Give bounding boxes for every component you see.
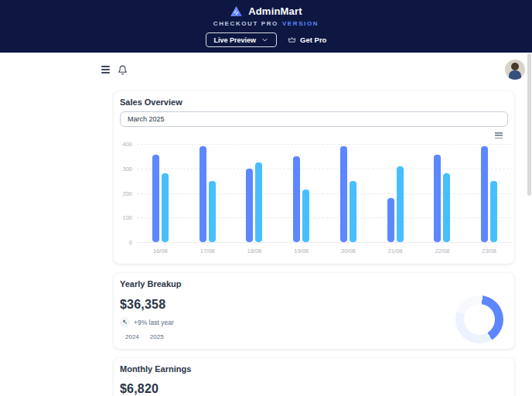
sales-bar-chart: 010020030040016/0817/0818/0819/0820/0821… — [120, 138, 508, 261]
x-axis-tick-label: 22/08 — [419, 248, 466, 254]
y-axis-tick-label: 0 — [101, 239, 132, 246]
bar-group — [231, 162, 278, 242]
y-axis-tick-label: 400 — [101, 141, 132, 148]
bar-group — [419, 155, 466, 242]
gridline — [137, 242, 513, 243]
y-axis-tick-label: 100 — [101, 214, 132, 221]
bar-group — [137, 155, 184, 242]
get-pro-button[interactable]: Get Pro — [288, 36, 326, 44]
bar-series-1 — [246, 169, 253, 242]
bar-series-1 — [387, 198, 394, 242]
adminmart-logo-icon — [230, 5, 243, 17]
x-axis-tick-label: 23/08 — [466, 248, 513, 254]
live-preview-label: Live Preview — [214, 36, 257, 44]
monthly-earnings-card: Monthly Earnings $6,820 — [114, 358, 514, 396]
x-axis-tick-label: 17/08 — [184, 248, 231, 254]
bar-series-1 — [293, 156, 300, 242]
hamburger-icon — [101, 66, 110, 73]
live-preview-button[interactable]: Live Preview — [206, 32, 278, 47]
monthly-earnings-amount: $6,820 — [120, 382, 508, 396]
bar-series-1 — [200, 146, 206, 242]
sidebar-toggle-button[interactable] — [98, 63, 112, 77]
get-pro-label: Get Pro — [300, 36, 326, 44]
year-label-2024: 2024 — [125, 333, 139, 340]
toolbar — [0, 53, 532, 87]
sales-overview-title: Sales Overview — [120, 97, 508, 107]
bar-series-1 — [434, 155, 441, 242]
trend-row: ↖ +9% last year — [120, 317, 508, 327]
yearly-breakup-donut-chart — [455, 295, 503, 343]
year-label-2025: 2025 — [150, 333, 164, 340]
page-scrollbar[interactable] — [527, 53, 531, 196]
bar-series-1 — [152, 155, 159, 242]
yearly-breakup-card: Yearly Breakup $36,358 ↖ +9% last year 2… — [114, 273, 514, 349]
tagline: CHECKOUT PROVERSION — [213, 20, 319, 27]
y-axis-tick-label: 200 — [101, 189, 132, 196]
bar-series-2 — [209, 181, 216, 242]
bar-series-2 — [255, 162, 262, 242]
tagline-plain: CHECKOUT PRO — [213, 20, 278, 27]
bar-group — [466, 146, 513, 242]
bar-group — [325, 146, 372, 242]
bell-icon — [118, 65, 128, 75]
arrow-up-left-icon: ↖ — [120, 317, 130, 327]
sales-overview-card: Sales Overview March 2025 01002003004001… — [114, 91, 514, 264]
monthly-earnings-title: Monthly Earnings — [120, 364, 508, 374]
yearly-breakup-amount: $36,358 — [120, 298, 508, 312]
banner-actions: Live Preview Get Pro — [206, 32, 327, 47]
chevron-down-icon — [261, 36, 268, 43]
tagline-accent: VERSION — [282, 20, 319, 27]
bar-series-2 — [162, 173, 169, 242]
bar-series-1 — [340, 146, 347, 242]
bar-group — [184, 146, 231, 242]
gridline — [137, 144, 513, 145]
bar-chart-plot: 010020030040016/0817/0818/0819/0820/0821… — [137, 144, 513, 242]
profile-avatar[interactable] — [505, 60, 525, 80]
crown-icon — [288, 36, 296, 44]
brand: AdminMart — [230, 5, 302, 17]
bar-series-1 — [481, 146, 488, 242]
bar-series-2 — [397, 166, 404, 242]
bar-group — [372, 166, 419, 242]
bar-group — [278, 156, 325, 242]
brand-name: AdminMart — [248, 5, 302, 17]
period-select[interactable]: March 2025 — [120, 111, 508, 127]
x-axis-tick-label: 20/08 — [325, 248, 372, 254]
top-banner: AdminMart CHECKOUT PROVERSION Live Previ… — [0, 0, 532, 53]
trend-text: +9% last year — [134, 319, 174, 326]
y-axis-tick-label: 300 — [101, 165, 132, 172]
x-axis-tick-label: 18/08 — [231, 248, 278, 254]
x-axis-tick-label: 19/08 — [278, 248, 325, 254]
period-select-value: March 2025 — [128, 115, 165, 123]
yearly-breakup-title: Yearly Breakup — [120, 279, 508, 288]
bar-series-2 — [350, 181, 356, 242]
x-axis-tick-label: 21/08 — [372, 248, 419, 254]
bar-series-2 — [443, 173, 450, 242]
x-axis-tick-label: 16/08 — [137, 248, 184, 254]
notifications-button[interactable] — [115, 63, 129, 77]
years-legend: 2024 2025 — [125, 333, 508, 340]
bar-series-2 — [490, 181, 497, 242]
dashboard-content: Sales Overview March 2025 01002003004001… — [114, 91, 514, 396]
bar-series-2 — [302, 189, 309, 242]
